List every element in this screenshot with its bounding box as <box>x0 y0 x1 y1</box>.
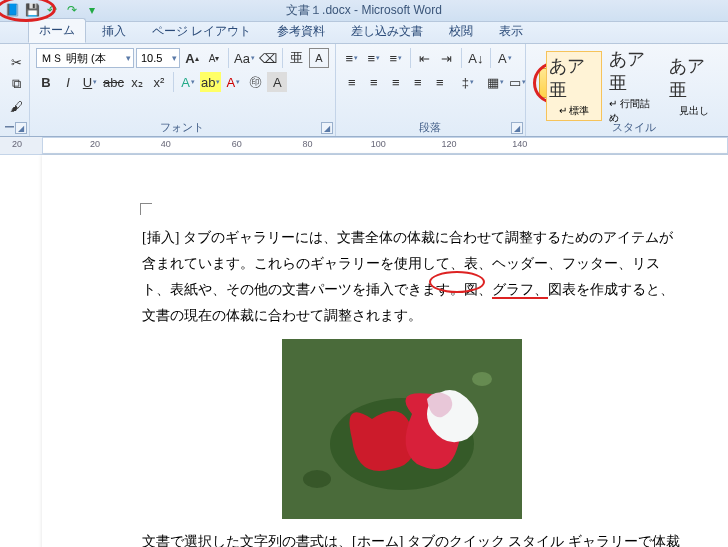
increase-indent-button[interactable]: ⇥ <box>437 48 457 68</box>
ruler-tick <box>113 139 148 149</box>
style-heading[interactable]: あア亜 見出し <box>666 51 722 121</box>
font-dialog-launcher[interactable]: ◢ <box>321 122 333 134</box>
redo-icon[interactable]: ↷ <box>64 2 80 18</box>
ruler-tick: 40 <box>148 139 183 149</box>
group-spacer <box>526 44 540 136</box>
strike-button[interactable]: abc <box>102 72 125 92</box>
group-label-paragraph: 段落 <box>336 120 525 135</box>
group-styles: あア亜 ↵ 標準 あア亜 ↵ 行間詰め あア亜 見出し スタイル <box>540 44 728 136</box>
ruler-tick: 60 <box>219 139 254 149</box>
font-size-combo[interactable]: 10.5 <box>136 48 180 68</box>
annotation-underline-graph: グラフ、 <box>492 282 548 299</box>
ruby-button[interactable]: 亜 <box>287 48 307 68</box>
group-paragraph: ≡▾ ≡▾ ≡▾ ⇤ ⇥ A↓ A▾ ≡ ≡ ≡ ≡ ≡ ‡▾ ▦▾ <box>336 44 526 136</box>
ruler-tick: 100 <box>361 139 396 149</box>
subscript-button[interactable]: x₂ <box>127 72 147 92</box>
grow-font-button[interactable]: A▴ <box>182 48 202 68</box>
ruler-tick <box>254 139 289 149</box>
qat-more-icon[interactable]: ▾ <box>84 2 100 18</box>
tab-references[interactable]: 参考資料 <box>267 20 335 43</box>
style-nospacing[interactable]: あア亜 ↵ 行間詰め <box>606 44 662 128</box>
line-spacing-button[interactable]: ‡▾ <box>458 72 478 92</box>
save-icon[interactable]: 💾 <box>24 2 40 18</box>
align-text-button[interactable]: A▾ <box>495 48 515 68</box>
multilevel-button[interactable]: ≡▾ <box>386 48 406 68</box>
shrink-font-button[interactable]: A▾ <box>204 48 224 68</box>
enclose-char-button[interactable]: ㊞ <box>245 72 265 92</box>
document-page[interactable]: [挿入] タブのギャラリーには、文書全体の体裁に合わせて調整するためのアイテムが… <box>42 155 728 547</box>
numbering-button[interactable]: ≡▾ <box>364 48 384 68</box>
ruler-tick <box>396 139 431 149</box>
underline-button[interactable]: U▾ <box>80 72 100 92</box>
svg-point-2 <box>472 372 492 386</box>
italic-button[interactable]: I <box>58 72 78 92</box>
font-color-button[interactable]: A▾ <box>223 72 243 92</box>
justify-button[interactable]: ≡ <box>408 72 428 92</box>
ruler-tick: 80 <box>290 139 325 149</box>
undo-icon[interactable]: ↶ <box>44 2 60 18</box>
cut-icon[interactable]: ✂ <box>6 52 26 72</box>
highlight-button[interactable]: ab▾ <box>200 72 221 92</box>
ruler-tick <box>325 139 360 149</box>
word-app-icon: 📘 <box>4 2 20 18</box>
shading-button[interactable]: ▦▾ <box>486 72 506 92</box>
align-center-button[interactable]: ≡ <box>364 72 384 92</box>
quick-access-toolbar: 📘 💾 ↶ ↷ ▾ <box>4 2 100 18</box>
ribbon: ✂ ⧉ 🖌 ード ◢ ＭＳ 明朝 (本 10.5 A▴ A▾ Aa▾ ⌫ 亜 A… <box>0 44 728 137</box>
clipboard-dialog-launcher[interactable]: ◢ <box>15 122 27 134</box>
group-label-styles: スタイル <box>540 120 728 135</box>
ruler-tick: 20 <box>12 139 22 149</box>
sort-button[interactable]: A↓ <box>466 48 486 68</box>
margin-corner-icon <box>140 203 152 215</box>
tab-view[interactable]: 表示 <box>489 20 533 43</box>
tab-review[interactable]: 校閲 <box>439 20 483 43</box>
group-label-font: フォント <box>30 120 335 135</box>
ribbon-tabs: ホーム 挿入 ページ レイアウト 参考資料 差し込み文書 校閲 表示 <box>0 22 728 44</box>
style-normal[interactable]: あア亜 ↵ 標準 <box>546 51 602 121</box>
horizontal-ruler[interactable]: 20 20 40 60 80 100 120 140 <box>0 137 728 155</box>
tab-mailings[interactable]: 差し込み文書 <box>341 20 433 43</box>
tab-pagelayout[interactable]: ページ レイアウト <box>142 20 261 43</box>
title-bar: 📘 💾 ↶ ↷ ▾ 文書１.docx - Microsoft Word <box>0 0 728 22</box>
decrease-indent-button[interactable]: ⇤ <box>415 48 435 68</box>
ruler-tick <box>184 139 219 149</box>
document-area: 20 20 40 60 80 100 120 140 [挿入] タブのギャラリー… <box>0 137 728 547</box>
align-left-button[interactable]: ≡ <box>342 72 362 92</box>
ruler-tick: 20 <box>77 139 112 149</box>
text-effects-button[interactable]: A▾ <box>178 72 198 92</box>
char-border-button[interactable]: A <box>309 48 329 68</box>
ruler-tick <box>42 139 77 149</box>
ruler-tick: 140 <box>502 139 537 149</box>
format-painter-icon[interactable]: 🖌 <box>6 96 26 116</box>
group-font: ＭＳ 明朝 (本 10.5 A▴ A▾ Aa▾ ⌫ 亜 A B I U▾ abc… <box>30 44 336 136</box>
distribute-button[interactable]: ≡ <box>430 72 450 92</box>
superscript-button[interactable]: x² <box>149 72 169 92</box>
char-shading-button[interactable]: A <box>267 72 287 92</box>
svg-point-3 <box>303 470 331 488</box>
window-title: 文書１.docx - Microsoft Word <box>286 2 442 19</box>
bold-button[interactable]: B <box>36 72 56 92</box>
document-image-flower[interactable] <box>282 339 522 519</box>
tab-home[interactable]: ホーム <box>28 18 86 43</box>
align-right-button[interactable]: ≡ <box>386 72 406 92</box>
body-paragraph[interactable]: [挿入] タブのギャラリーには、文書全体の体裁に合わせて調整するためのアイテムが… <box>142 225 682 329</box>
body-paragraph[interactable]: 文書で選択した文字列の書式は、[ホーム] タブのクイック スタイル ギャラリーで… <box>142 529 682 547</box>
tab-insert[interactable]: 挿入 <box>92 20 136 43</box>
clear-format-button[interactable]: ⌫ <box>258 48 278 68</box>
copy-icon[interactable]: ⧉ <box>6 74 26 94</box>
bullets-button[interactable]: ≡▾ <box>342 48 362 68</box>
ruler-tick: 120 <box>431 139 466 149</box>
paragraph-dialog-launcher[interactable]: ◢ <box>511 122 523 134</box>
font-family-combo[interactable]: ＭＳ 明朝 (本 <box>36 48 134 68</box>
borders-button[interactable]: ▭▾ <box>508 72 528 92</box>
change-case-button[interactable]: Aa▾ <box>233 48 256 68</box>
group-clipboard: ✂ ⧉ 🖌 ード ◢ <box>0 44 30 136</box>
ruler-tick <box>467 139 502 149</box>
